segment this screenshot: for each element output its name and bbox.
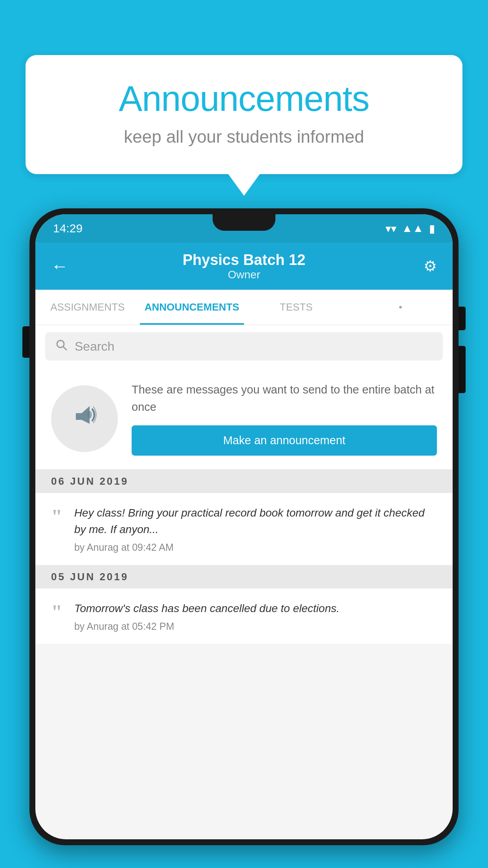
quote-icon-2: " [51, 602, 62, 623]
battery-icon: ▮ [429, 222, 435, 235]
tab-more[interactable]: • [349, 290, 453, 325]
speech-bubble-card: Announcements keep all your students inf… [26, 55, 462, 174]
speech-bubble-section: Announcements keep all your students inf… [26, 55, 462, 196]
prompt-right: These are messages you want to send to t… [132, 381, 437, 456]
search-placeholder: Search [75, 339, 114, 354]
announcement-prompt: These are messages you want to send to t… [35, 368, 453, 470]
phone-frame: 14:29 ▾▾ ▲▲ ▮ ← Physics Batch 12 Owner ⚙ [29, 208, 459, 845]
bubble-arrow [228, 174, 260, 196]
power-button [459, 307, 466, 330]
announcement-item-1[interactable]: " Hey class! Bring your practical record… [35, 493, 453, 565]
app-bar: ← Physics Batch 12 Owner ⚙ [35, 243, 453, 290]
search-bar-wrap: Search [35, 325, 453, 368]
date-label-2: 05 JUN 2019 [51, 571, 128, 583]
phone-notch [213, 214, 275, 231]
tab-tests[interactable]: TESTS [244, 290, 349, 325]
svg-line-1 [63, 347, 66, 350]
announcement-meta-2: by Anurag at 05:42 PM [74, 621, 437, 632]
search-icon [55, 338, 68, 355]
announcement-content-1: Hey class! Bring your practical record b… [74, 505, 437, 553]
back-button[interactable]: ← [51, 256, 75, 276]
announcement-content-2: Tomorrow's class has been cancelled due … [74, 600, 437, 632]
megaphone-circle [51, 385, 118, 452]
megaphone-icon [68, 398, 101, 439]
settings-button[interactable]: ⚙ [413, 257, 437, 275]
phone-screen: 14:29 ▾▾ ▲▲ ▮ ← Physics Batch 12 Owner ⚙ [35, 214, 453, 839]
phone-wrapper: 14:29 ▾▾ ▲▲ ▮ ← Physics Batch 12 Owner ⚙ [29, 208, 459, 868]
search-bar[interactable]: Search [45, 332, 443, 360]
quote-icon-1: " [51, 507, 62, 527]
status-icons: ▾▾ ▲▲ ▮ [385, 222, 435, 235]
prompt-description: These are messages you want to send to t… [132, 381, 437, 416]
signal-icon: ▲▲ [402, 222, 424, 235]
tabs-bar: ASSIGNMENTS ANNOUNCEMENTS TESTS • [35, 290, 453, 325]
bubble-title: Announcements [53, 79, 435, 119]
status-time: 14:29 [53, 222, 83, 235]
volume-down-button [459, 346, 466, 393]
app-bar-title-wrap: Physics Batch 12 Owner [75, 252, 413, 281]
tab-announcements[interactable]: ANNOUNCEMENTS [140, 290, 244, 325]
date-separator-1: 06 JUN 2019 [35, 470, 453, 493]
announcement-text-2: Tomorrow's class has been cancelled due … [74, 600, 437, 617]
bubble-subtitle: keep all your students informed [53, 127, 435, 147]
announcement-meta-1: by Anurag at 09:42 AM [74, 542, 437, 553]
svg-point-2 [87, 411, 92, 419]
make-announcement-button[interactable]: Make an announcement [132, 425, 437, 456]
app-bar-subtitle: Owner [75, 268, 413, 281]
tab-assignments[interactable]: ASSIGNMENTS [35, 290, 140, 325]
app-bar-title: Physics Batch 12 [75, 252, 413, 268]
date-separator-2: 05 JUN 2019 [35, 565, 453, 588]
date-label-1: 06 JUN 2019 [51, 475, 128, 487]
volume-button [22, 326, 29, 358]
announcement-item-2[interactable]: " Tomorrow's class has been cancelled du… [35, 588, 453, 644]
announcement-text-1: Hey class! Bring your practical record b… [74, 505, 437, 538]
wifi-icon: ▾▾ [385, 222, 396, 235]
